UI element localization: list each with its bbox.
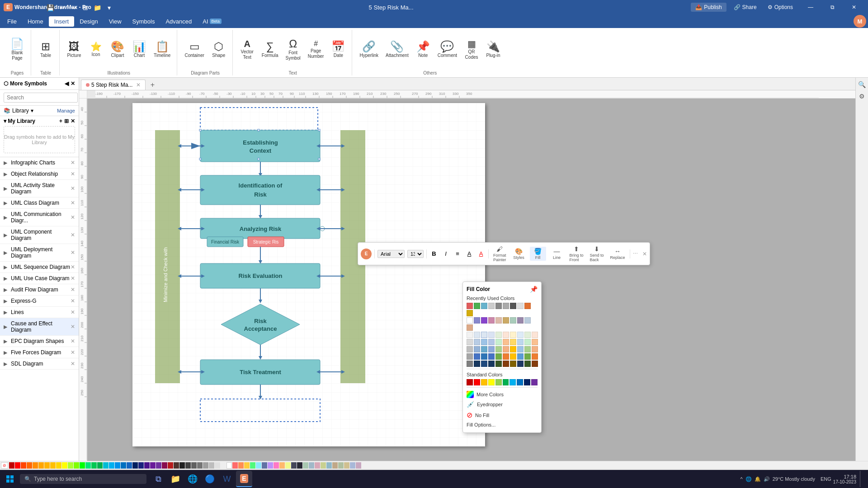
cs-8[interactable] [56,462,61,469]
cs-52[interactable] [315,462,320,469]
sidebar-item-lines[interactable]: ▶ Lines ✕ [0,307,79,318]
menu-insert[interactable]: Insert [49,16,75,27]
sidebar-item-close-11[interactable]: ✕ [71,309,75,315]
comment-btn[interactable]: 💬 Comment [435,36,460,63]
cs-11[interactable] [74,462,79,469]
sidebar-item-close-12[interactable]: ✕ [71,324,75,330]
recent-color-1[interactable] [474,303,480,309]
p-3[interactable] [488,332,495,338]
color-w2[interactable] [474,317,480,324]
page-number-btn[interactable]: # PageNumber [305,36,327,63]
cs-16[interactable] [103,462,108,469]
more-colors-btn[interactable]: More Colors [467,389,538,399]
p-12[interactable] [481,339,487,345]
p-28[interactable] [524,346,531,352]
sys-tray[interactable]: ^ 🌐 🔔 🔊 29°C Mostly cloudy [737,476,819,482]
cs-7[interactable] [50,462,56,469]
menu-file[interactable]: File [2,16,22,27]
cs-58[interactable] [350,462,355,469]
p-33[interactable] [488,353,495,360]
lang-indicator[interactable]: ENG [821,476,831,482]
p-32[interactable] [481,353,487,360]
cs-14[interactable] [91,462,97,469]
color-w5[interactable] [495,317,502,324]
sidebar-item-five-forces[interactable]: ▶ Five Forces Diagram ✕ [0,347,79,358]
sidebar-item-close-8[interactable]: ✕ [71,275,75,282]
p-5[interactable] [503,332,509,338]
cs-24[interactable] [150,462,156,469]
my-library-close-btn[interactable]: ✕ [71,118,75,124]
cs-54[interactable] [326,462,332,469]
p-14[interactable] [495,339,502,345]
ft-more-btn[interactable]: ⋯ [633,251,638,257]
manage-btn[interactable]: Manage [57,108,75,113]
cs-32[interactable] [197,462,203,469]
cs-43[interactable] [262,462,267,469]
std-color-6[interactable] [509,379,516,385]
p-43[interactable] [488,361,495,367]
rp-zoom-in[interactable]: 🔍 [857,80,867,89]
p-26[interactable] [510,346,516,352]
ft-close-btn[interactable]: ✕ [642,251,647,257]
doc-tab-add[interactable]: + [147,80,157,90]
cs-41[interactable] [250,462,255,469]
p-22[interactable] [481,346,487,352]
color-strip-no-fill[interactable]: ⊘ [1,462,8,469]
cs-5[interactable] [38,462,44,469]
container-btn[interactable]: ▭ Container [182,36,207,63]
taskbar-explorer[interactable]: 📁 [167,471,184,487]
sidebar-item-close-4[interactable]: ✕ [71,214,75,221]
p-6[interactable] [510,332,516,338]
p-9[interactable] [532,332,538,338]
rp-settings[interactable]: ⚙ [857,91,867,101]
cs-53[interactable] [321,462,326,469]
cs-12[interactable] [80,462,85,469]
sidebar-item-object[interactable]: ▶ Object Relationship ✕ [0,169,79,180]
cs-31[interactable] [191,462,197,469]
p-38[interactable] [524,353,531,360]
p-37[interactable] [517,353,524,360]
hyperlink-btn[interactable]: 🔗 Hyperlink [357,36,381,63]
search-input[interactable] [4,93,78,103]
shape-btn[interactable]: ⬡ Shape [209,36,229,63]
sidebar-item-close-5[interactable]: ✕ [71,232,75,238]
ft-format-painter-btn[interactable]: 🖌 FormatPainter [491,244,508,263]
undo-btn[interactable]: ↩ [57,3,67,13]
qr-codes-btn[interactable]: ▦ QRCodes [462,36,481,63]
sidebar-item-close-13[interactable]: ✕ [71,338,75,344]
p-44[interactable] [495,361,502,367]
color-w7[interactable] [510,317,516,324]
cs-17[interactable] [109,462,114,469]
ft-styles-btn[interactable]: 🎨 Styles [511,247,527,261]
eyedropper-btn[interactable]: 💉 Eyedropper [467,399,538,409]
p-8[interactable] [524,332,531,338]
p-30[interactable] [467,353,473,360]
cs-40[interactable] [244,462,250,469]
cs-49[interactable] [297,462,302,469]
cs-33[interactable] [203,462,208,469]
sidebar-item-close-7[interactable]: ✕ [71,264,75,270]
p-7[interactable] [517,332,524,338]
cs-39[interactable] [238,462,244,469]
ft-send-back-btn[interactable]: ⬇ Send toBack [588,244,606,263]
sidebar-item-close-0[interactable]: ✕ [71,160,75,166]
color-w6[interactable] [503,317,509,324]
std-color-4[interactable] [495,379,502,385]
menu-symbols[interactable]: Symbols [127,16,160,27]
cs-37[interactable] [226,462,232,469]
cs-51[interactable] [309,462,314,469]
cs-6[interactable] [44,462,50,469]
sidebar-item-uml-usecase[interactable]: ▶ UML Use Case Diagram ✕ [0,273,79,284]
cs-22[interactable] [138,462,144,469]
std-color-0[interactable] [467,379,473,385]
p-35[interactable] [503,353,509,360]
blank-page-btn[interactable]: 📄 BlankPage [7,36,27,63]
color-w3[interactable] [481,317,487,324]
attachment-btn[interactable]: 📎 Attachment [383,36,411,63]
p-39[interactable] [532,353,538,360]
p-19[interactable] [532,339,538,345]
menu-design[interactable]: Design [74,16,103,27]
fill-options-btn[interactable]: Fill Options... [467,421,538,429]
cs-28[interactable] [174,462,179,469]
std-color-7[interactable] [517,379,523,385]
